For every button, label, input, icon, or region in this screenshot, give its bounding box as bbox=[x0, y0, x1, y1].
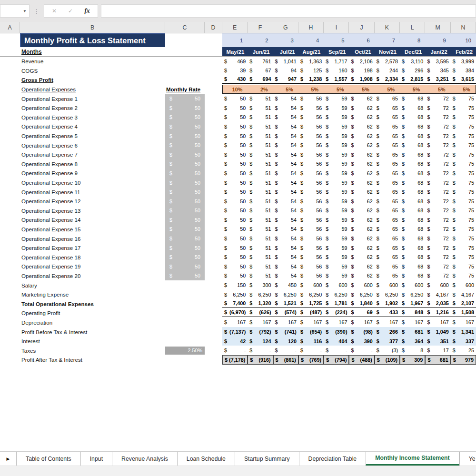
cell-d-total-operational-expenses[interactable] bbox=[205, 299, 222, 308]
name-box[interactable]: ▼ bbox=[0, 4, 30, 18]
cell-op-expense-1-m1[interactable]: $50 bbox=[222, 94, 248, 103]
cell-a-profit-after-tax-interest[interactable] bbox=[0, 355, 20, 365]
cell-op-expense-9-m7[interactable]: $65 bbox=[375, 169, 400, 178]
rate-input-op-expense-3[interactable]: $50 bbox=[165, 113, 205, 122]
cell-gross-profit-m4[interactable]: $1,238 bbox=[298, 75, 324, 85]
row-label-op-expense-19[interactable]: Operational Expense 19 bbox=[20, 262, 165, 271]
cell-c2[interactable] bbox=[165, 47, 205, 56]
cell-taxes-m2[interactable]: $- bbox=[248, 346, 273, 355]
cell-d-op-expense-5[interactable] bbox=[205, 131, 222, 141]
rate-input-op-expense-17[interactable]: $50 bbox=[165, 243, 205, 253]
cell-operational-expenses-rate-m6[interactable]: 5% bbox=[349, 85, 374, 94]
month-header-Sep-21[interactable]: Sep/21 bbox=[324, 47, 349, 56]
cell-taxes-m6[interactable]: $- bbox=[349, 346, 374, 355]
cell-op-expense-7-m2[interactable]: $51 bbox=[248, 150, 273, 159]
row-label-interest[interactable]: Interest bbox=[20, 337, 165, 346]
cell-interest-m7[interactable]: $377 bbox=[375, 337, 400, 346]
cell-op-expense-9-m1[interactable]: $50 bbox=[222, 169, 248, 178]
sheet-tab-table-of-contents[interactable]: Table of Contents bbox=[16, 452, 80, 466]
cell-a-op-expense-13[interactable] bbox=[0, 206, 20, 216]
cell-op-expense-7-m7[interactable]: $65 bbox=[375, 150, 400, 159]
cell-op-expense-4-m5[interactable]: $59 bbox=[324, 122, 349, 131]
cell-depreciation-m9[interactable]: $167 bbox=[425, 318, 450, 327]
cell-revenue-m5[interactable]: $1,717 bbox=[324, 57, 349, 66]
cell-d-interest[interactable] bbox=[205, 337, 222, 346]
row-label-op-expense-10[interactable]: Operational Expense 10 bbox=[20, 178, 165, 188]
row-label-op-expense-17[interactable]: Operational Expense 17 bbox=[20, 243, 165, 253]
cell-a-op-expense-17[interactable] bbox=[0, 243, 20, 253]
cell-op-expense-1-m7[interactable]: $65 bbox=[375, 94, 400, 103]
cell-op-expense-10-m8[interactable]: $68 bbox=[400, 178, 425, 188]
row-label-salary[interactable]: Salary bbox=[20, 280, 165, 290]
cell-salary-m8[interactable]: $600 bbox=[400, 280, 425, 290]
cell-operational-expenses-rate-m3[interactable]: 5% bbox=[273, 85, 298, 94]
column-header-B[interactable]: B bbox=[20, 22, 165, 33]
cell-marketing-expense-m10[interactable]: $4,167 bbox=[451, 290, 476, 299]
cell-operational-expenses-rate-m8[interactable]: 5% bbox=[400, 85, 425, 94]
cell-marketing-expense-m5[interactable]: $6,250 bbox=[324, 290, 349, 299]
cell-a-op-expense-16[interactable] bbox=[0, 234, 20, 243]
column-header-J[interactable]: J bbox=[349, 22, 374, 33]
cell-interest-m6[interactable]: $390 bbox=[349, 337, 374, 346]
cell-profit-before-tax-interest-m9[interactable]: $1,049 bbox=[425, 327, 450, 337]
cell-a-op-expense-10[interactable] bbox=[0, 178, 20, 188]
month-header-Jan-22[interactable]: Jan/22 bbox=[425, 47, 450, 56]
cell-op-expense-17-m1[interactable]: $50 bbox=[222, 243, 248, 253]
cell-op-expense-4-m1[interactable]: $50 bbox=[222, 122, 248, 131]
cell-op-expense-9-m9[interactable]: $72 bbox=[425, 169, 450, 178]
row-label-op-expense-15[interactable]: Operational Expense 15 bbox=[20, 225, 165, 234]
month-index-7[interactable]: 7 bbox=[375, 33, 400, 47]
cell-cogs-m9[interactable]: $345 bbox=[425, 66, 450, 76]
cell-op-expense-17-m9[interactable]: $72 bbox=[425, 243, 450, 253]
cell-profit-after-tax-interest-m6[interactable]: $(488) bbox=[349, 355, 374, 365]
cell-op-expense-1-m3[interactable]: $54 bbox=[273, 94, 298, 103]
cell-op-expense-12-m4[interactable]: $56 bbox=[298, 197, 324, 206]
cell-d-cogs[interactable] bbox=[205, 66, 222, 76]
cell-op-expense-2-m3[interactable]: $54 bbox=[273, 103, 298, 113]
cell-op-expense-12-m1[interactable]: $50 bbox=[222, 197, 248, 206]
cell-op-expense-19-m7[interactable]: $65 bbox=[375, 262, 400, 271]
cell-d-op-expense-2[interactable] bbox=[205, 103, 222, 113]
cell-operational-expenses-rate-m1[interactable]: 10% bbox=[222, 85, 248, 94]
chevron-down-icon[interactable]: ▼ bbox=[23, 9, 27, 13]
cell-revenue-m10[interactable]: $3,999 bbox=[451, 57, 476, 66]
cell-op-expense-20-m8[interactable]: $68 bbox=[400, 271, 425, 281]
cell-a-op-expense-1[interactable] bbox=[0, 94, 20, 103]
cell-op-expense-11-m4[interactable]: $56 bbox=[298, 187, 324, 197]
cell-op-expense-16-m6[interactable]: $62 bbox=[349, 234, 374, 243]
cell-profit-before-tax-interest-m7[interactable]: $266 bbox=[375, 327, 400, 337]
rate-input-op-expense-7[interactable]: $50 bbox=[165, 150, 205, 159]
cell-total-operational-expenses-m4[interactable]: $1,725 bbox=[298, 299, 324, 308]
cell-op-expense-13-m3[interactable]: $54 bbox=[273, 206, 298, 216]
cell-interest-m3[interactable]: $120 bbox=[273, 337, 298, 346]
cell-a-op-expense-12[interactable] bbox=[0, 197, 20, 206]
cell-op-expense-13-m5[interactable]: $59 bbox=[324, 206, 349, 216]
cell-d-op-expense-19[interactable] bbox=[205, 262, 222, 271]
cell-op-expense-4-m4[interactable]: $56 bbox=[298, 122, 324, 131]
cell-op-expense-1-m9[interactable]: $72 bbox=[425, 94, 450, 103]
cell-marketing-expense-m8[interactable]: $6,250 bbox=[400, 290, 425, 299]
cell-op-expense-10-m2[interactable]: $51 bbox=[248, 178, 273, 188]
cell-d-salary[interactable] bbox=[205, 280, 222, 290]
cell-op-expense-2-m10[interactable]: $75 bbox=[451, 103, 476, 113]
cell-op-expense-11-m8[interactable]: $68 bbox=[400, 187, 425, 197]
cell-a-total-operational-expenses[interactable] bbox=[0, 299, 20, 308]
cell-operating-profit-m4[interactable]: $(487) bbox=[298, 308, 324, 318]
cell-operating-profit-m2[interactable]: $(626) bbox=[248, 308, 273, 318]
cell-a-op-expense-8[interactable] bbox=[0, 159, 20, 169]
cell-op-expense-18-m2[interactable]: $51 bbox=[248, 252, 273, 262]
cell-a-revenue[interactable] bbox=[0, 57, 20, 66]
cell-op-expense-8-m6[interactable]: $62 bbox=[349, 159, 374, 169]
cell-a-op-expense-5[interactable] bbox=[0, 131, 20, 141]
cell-op-expense-17-m8[interactable]: $68 bbox=[400, 243, 425, 253]
cell-interest-m2[interactable]: $124 bbox=[248, 337, 273, 346]
formula-input[interactable] bbox=[101, 4, 476, 18]
cell-c-depreciation[interactable] bbox=[165, 318, 205, 327]
cell-profit-before-tax-interest-m1[interactable]: $(7,137) bbox=[222, 327, 248, 337]
cell-op-expense-2-m8[interactable]: $68 bbox=[400, 103, 425, 113]
column-header-C[interactable]: C bbox=[165, 22, 205, 33]
cell-op-expense-8-m7[interactable]: $65 bbox=[375, 159, 400, 169]
cell-profit-before-tax-interest-m6[interactable]: $(98) bbox=[349, 327, 374, 337]
cell-a-op-expense-3[interactable] bbox=[0, 113, 20, 122]
cell-op-expense-17-m3[interactable]: $54 bbox=[273, 243, 298, 253]
